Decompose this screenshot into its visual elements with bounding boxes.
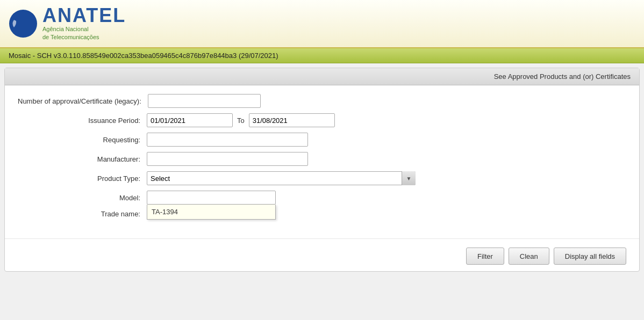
product-type-row: Product Type: Select ▼ [18, 171, 626, 185]
logo-subtitle-line2: de Telecomunicações [42, 33, 126, 41]
logo-subtitle-line1: Agência Nacional [42, 25, 126, 33]
panel-title-text: See Approved Products and (or) Certifica… [494, 72, 631, 81]
logo-container: ANATEL Agência Nacional de Telecomunicaç… [9, 6, 126, 42]
form-area: Number of approval/Certificate (legacy):… [5, 85, 639, 234]
model-row: Model: TA-1394 [18, 191, 626, 205]
model-container: TA-1394 [147, 191, 276, 205]
issuance-from-input[interactable] [147, 113, 233, 127]
filter-button[interactable]: Filter [466, 248, 504, 265]
approval-row: Number of approval/Certificate (legacy): [18, 94, 626, 108]
issuance-label: Issuance Period: [18, 117, 147, 125]
clean-button[interactable]: Clean [509, 248, 549, 265]
approval-input[interactable] [148, 94, 261, 108]
main-content: See Approved Products and (or) Certifica… [4, 68, 640, 272]
header: ANATEL Agência Nacional de Telecomunicaç… [0, 0, 644, 48]
requesting-label: Requesting: [18, 136, 147, 144]
panel-title: See Approved Products and (or) Certifica… [5, 68, 639, 85]
manufacturer-label: Manufacturer: [18, 155, 147, 163]
requesting-row: Requesting: [18, 133, 626, 147]
model-suggestion-item[interactable]: TA-1394 [147, 205, 275, 219]
manufacturer-row: Manufacturer: [18, 152, 626, 166]
to-label: To [237, 117, 245, 125]
issuance-to-input[interactable] [249, 113, 335, 127]
product-type-label: Product Type: [18, 174, 147, 183]
product-type-select[interactable]: Select [147, 171, 416, 185]
model-label: Model: [18, 194, 147, 202]
logo-text: ANATEL Agência Nacional de Telecomunicaç… [42, 6, 126, 42]
display-all-button[interactable]: Display all fields [554, 248, 626, 265]
requesting-input[interactable] [147, 133, 308, 147]
model-input[interactable] [147, 191, 276, 205]
model-dropdown: TA-1394 [147, 205, 276, 220]
button-row: Filter Clean Display all fields [5, 238, 639, 271]
version-text: Mosaic - SCH v3.0.110.858549e002ca353bea… [9, 52, 278, 60]
product-type-arrow-icon: ▼ [402, 171, 416, 185]
anatel-logo-icon [9, 9, 38, 39]
trade-name-row: Trade name: [18, 210, 626, 218]
manufacturer-input[interactable] [147, 152, 308, 166]
trade-name-label: Trade name: [18, 210, 147, 218]
product-type-select-wrapper[interactable]: Select ▼ [147, 171, 416, 185]
product-type-value: Select [151, 174, 170, 183]
logo-anatel-text: ANATEL [42, 6, 126, 25]
approval-label: Number of approval/Certificate (legacy): [18, 97, 148, 105]
issuance-row: Issuance Period: To [18, 113, 626, 127]
version-bar: Mosaic - SCH v3.0.110.858549e002ca353bea… [0, 48, 644, 63]
